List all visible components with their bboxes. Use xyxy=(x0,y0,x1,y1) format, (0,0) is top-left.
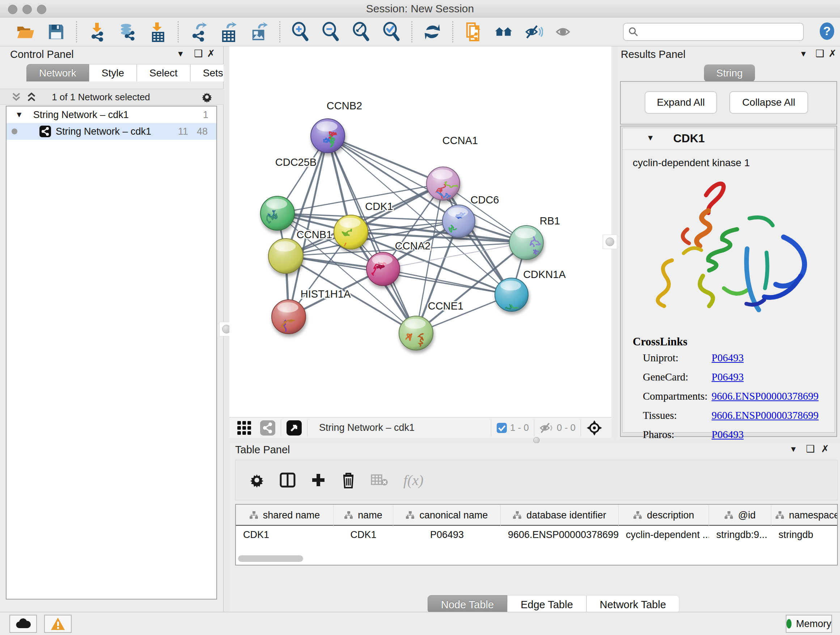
string-enrichment-icon[interactable] xyxy=(464,23,482,41)
search-input[interactable] xyxy=(639,27,794,38)
column-header-@id[interactable]: @id xyxy=(709,505,771,526)
network-node-CCNE1[interactable]: CCNE1 xyxy=(399,300,463,350)
zoom-out-icon[interactable] xyxy=(322,23,340,41)
hidden-eye-icon[interactable] xyxy=(539,422,554,434)
column-type-icon xyxy=(724,511,734,519)
results-panel-menu-icon[interactable]: ▼ xyxy=(799,49,807,59)
zoom-fit-icon[interactable] xyxy=(352,23,370,41)
collapse-all-button[interactable]: Collapse All xyxy=(729,91,808,114)
column-header-name[interactable]: name xyxy=(333,505,393,526)
network-node-CCNB2[interactable]: CCNB2 xyxy=(311,100,362,153)
network-tree-root-row[interactable]: ▼ String Network – cdk1 1 xyxy=(6,106,216,123)
crosslink-value-link[interactable]: P06493 xyxy=(712,429,744,440)
refresh-icon[interactable] xyxy=(423,23,441,41)
network-edge[interactable] xyxy=(383,269,512,295)
open-session-icon[interactable] xyxy=(17,23,35,41)
zoom-selected-icon[interactable] xyxy=(382,23,401,41)
export-table-icon[interactable] xyxy=(220,23,238,41)
export-network-icon[interactable] xyxy=(189,23,208,41)
add-column-icon[interactable] xyxy=(311,472,326,488)
table-cell[interactable]: CDK1 xyxy=(236,526,333,543)
save-session-icon[interactable] xyxy=(47,23,65,41)
network-node-RB1[interactable]: RB1 xyxy=(509,215,560,260)
tab-style[interactable]: Style xyxy=(89,64,137,81)
table-cell[interactable]: stringdb xyxy=(771,526,838,543)
table-options-gear-icon[interactable] xyxy=(249,472,264,488)
help-icon[interactable]: ? xyxy=(817,21,837,41)
fit-content-target-icon[interactable] xyxy=(586,420,603,436)
tab-select[interactable]: Select xyxy=(137,64,190,81)
expand-all-button[interactable]: Expand All xyxy=(645,91,717,114)
right-splitter[interactable] xyxy=(611,46,617,438)
crosslink-value-link[interactable]: P06493 xyxy=(712,371,744,383)
crosslink-row: Pharos:P06493 xyxy=(643,429,831,440)
network-node-CDKN1A[interactable]: CDKN1A xyxy=(495,269,566,317)
toolbar-separator xyxy=(534,420,534,436)
control-panel-close-icon[interactable]: ✗ xyxy=(207,48,215,59)
left-splitter[interactable] xyxy=(224,46,229,612)
birds-eye-view-icon[interactable] xyxy=(286,420,302,436)
import-table-icon[interactable] xyxy=(149,23,167,41)
table-cell[interactable]: stringdb:9... xyxy=(709,526,771,543)
control-panel-menu-icon[interactable]: ▼ xyxy=(177,49,185,59)
delete-column-icon[interactable] xyxy=(341,472,355,488)
tab-node-table[interactable]: Node Table xyxy=(428,595,507,613)
status-bar: Memory xyxy=(0,612,840,635)
column-header-database-identifier[interactable]: database identifier xyxy=(501,505,619,526)
table-cell[interactable]: P06493 xyxy=(393,526,501,543)
results-panel-float-icon[interactable]: ❑ xyxy=(815,48,824,59)
column-header-shared-name[interactable]: shared name xyxy=(236,505,333,526)
show-columns-icon[interactable] xyxy=(279,472,295,488)
network-node-CCNA1[interactable]: CCNA1 xyxy=(426,135,478,202)
network-options-gear-icon[interactable] xyxy=(201,91,213,103)
tree-collapse-icon[interactable]: ▼ xyxy=(15,110,23,119)
gene-entry-header[interactable]: ▼ CDK1 xyxy=(622,128,835,150)
column-header-description[interactable]: description xyxy=(619,505,709,526)
control-panel-float-icon[interactable]: ❑ xyxy=(194,48,202,59)
network-edge[interactable] xyxy=(328,136,512,295)
column-header-canonical-name[interactable]: canonical name xyxy=(393,505,501,526)
horizontal-scrollbar-thumb[interactable] xyxy=(238,555,303,562)
table-panel-menu-icon[interactable]: ▼ xyxy=(789,445,797,454)
import-network-database-icon[interactable] xyxy=(118,23,136,41)
table-cell[interactable]: cyclin-dependent ... xyxy=(619,526,709,543)
tab-string[interactable]: String xyxy=(704,65,755,82)
memory-button[interactable]: Memory xyxy=(786,615,832,633)
table-cell[interactable]: CDK1 xyxy=(333,526,393,543)
column-type-icon xyxy=(249,511,259,519)
table-panel-float-icon[interactable]: ❑ xyxy=(806,443,815,455)
grid-view-icon[interactable] xyxy=(237,420,252,435)
zoom-in-icon[interactable] xyxy=(291,23,309,41)
warnings-button[interactable] xyxy=(44,615,72,633)
crosslink-value-link[interactable]: 9606.ENSP00000378699 xyxy=(712,390,819,402)
table-row[interactable]: CDK1CDK1P064939606.ENSP00000378699cyclin… xyxy=(236,526,838,543)
right-splitter-handle[interactable] xyxy=(603,234,617,249)
selected-checkbox-icon[interactable] xyxy=(496,423,507,433)
crosslink-value-link[interactable]: P06493 xyxy=(712,352,744,364)
export-image-icon[interactable] xyxy=(250,23,268,41)
cloud-status-button[interactable] xyxy=(9,615,37,633)
import-network-icon[interactable] xyxy=(88,23,106,41)
crosslink-row: Uniprot:P06493 xyxy=(643,352,831,364)
column-header-namespace[interactable]: namespace xyxy=(771,505,838,526)
node-table[interactable]: shared name name canonical name database… xyxy=(235,504,838,565)
tab-edge-table[interactable]: Edge Table xyxy=(507,595,586,613)
tab-network[interactable]: Network xyxy=(27,64,89,81)
home-network-icon[interactable] xyxy=(494,23,513,41)
results-panel-close-icon[interactable]: ✗ xyxy=(829,48,837,59)
tab-network-table[interactable]: Network Table xyxy=(586,595,679,613)
network-share-icon[interactable] xyxy=(260,420,276,436)
results-scroll-area[interactable]: ▼ CDK1 cyclin-dependent kinase 1 xyxy=(620,126,837,437)
network-canvas[interactable]: CCNB2 CCNA1 CDC25B CDK1 CDC6 RB1 CCNB1 C… xyxy=(229,46,611,417)
column-type-icon xyxy=(344,511,354,519)
table-panel-close-icon[interactable]: ✗ xyxy=(821,443,829,455)
horizontal-splitter-handle[interactable] xyxy=(533,437,540,443)
table-cell[interactable]: 9606.ENSP00000378699 xyxy=(501,526,619,543)
network-node-HIST1H1A[interactable]: HIST1H1A xyxy=(272,288,351,337)
gene-collapse-icon[interactable]: ▼ xyxy=(646,133,654,143)
hide-selected-icon[interactable] xyxy=(525,23,543,41)
network-tree-child-row[interactable]: String Network – cdk1 11 48 xyxy=(6,123,216,140)
crosslink-value-link[interactable]: 9606.ENSP00000378699 xyxy=(712,409,819,421)
network-graph[interactable]: CCNB2 CCNA1 CDC25B CDK1 CDC6 RB1 CCNB1 C… xyxy=(229,46,611,417)
show-all-icon[interactable] xyxy=(555,23,573,41)
